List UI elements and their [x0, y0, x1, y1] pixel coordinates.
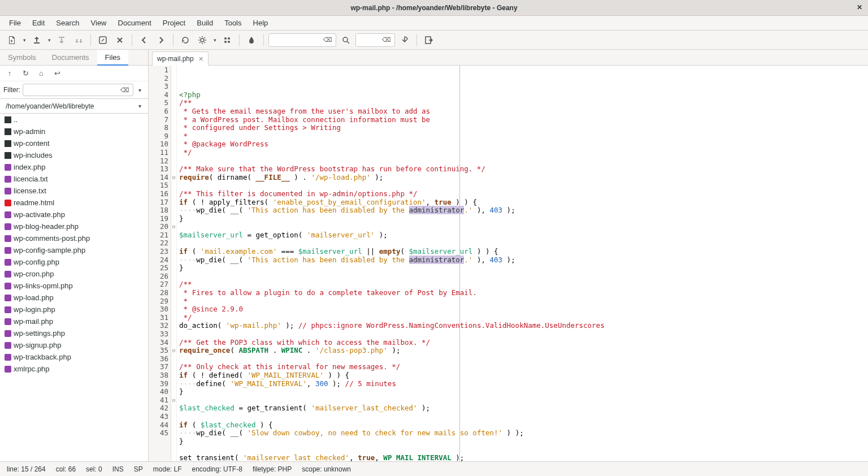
- file-item[interactable]: readme.html: [0, 197, 148, 209]
- file-item-label: wp-blog-header.php: [14, 222, 79, 231]
- color-picker-button[interactable]: [243, 32, 260, 48]
- file-item[interactable]: wp-mail.php: [0, 315, 148, 327]
- php-icon: [5, 318, 11, 325]
- clear-goto-icon[interactable]: ⌫: [381, 36, 392, 44]
- file-item[interactable]: licencia.txt: [0, 173, 148, 185]
- file-item[interactable]: wp-blog-header.php: [0, 220, 148, 232]
- filter-input[interactable]: [25, 86, 119, 94]
- nav-forward-button[interactable]: [153, 32, 170, 48]
- file-item-label: wp-activate.php: [14, 210, 65, 219]
- build-dropdown[interactable]: ▾: [211, 37, 219, 43]
- close-window-button[interactable]: ✕: [856, 3, 863, 11]
- sidebar-tab-files[interactable]: Files: [97, 50, 128, 66]
- menu-help[interactable]: Help: [248, 17, 274, 29]
- file-item[interactable]: wp-trackback.php: [0, 351, 148, 363]
- run-button[interactable]: [219, 32, 236, 48]
- save-button[interactable]: [53, 32, 70, 48]
- clear-search-icon[interactable]: ⌫: [322, 36, 333, 44]
- status-scope: scope: unknown: [302, 465, 351, 473]
- close-tab-icon[interactable]: ✕: [198, 55, 203, 63]
- search-input[interactable]: [271, 36, 322, 44]
- new-file-dropdown[interactable]: ▾: [20, 37, 28, 43]
- file-item-label: licencia.txt: [14, 175, 48, 183]
- file-item[interactable]: wp-settings.php: [0, 327, 148, 339]
- toolbar: ▾ ▾ ▾ ⌫ ⌫: [0, 31, 868, 50]
- toolbar-separator: [416, 34, 417, 46]
- file-item[interactable]: xmlrpc.php: [0, 363, 148, 375]
- svg-point-6: [224, 41, 227, 43]
- search-field[interactable]: ⌫: [268, 33, 336, 47]
- nav-back-button[interactable]: [136, 32, 153, 48]
- file-item[interactable]: wp-load.php: [0, 292, 148, 304]
- svg-rect-1: [59, 37, 64, 38]
- file-item[interactable]: license.txt: [0, 185, 148, 197]
- html-icon: [5, 200, 11, 206]
- nav-up-icon[interactable]: ↑: [5, 69, 15, 77]
- menu-project[interactable]: Project: [157, 17, 191, 29]
- menu-file[interactable]: File: [3, 17, 27, 29]
- filter-dropdown[interactable]: ▾: [134, 87, 145, 93]
- file-item[interactable]: wp-cron.php: [0, 268, 148, 280]
- nav-jump-icon[interactable]: ↩: [52, 69, 62, 77]
- quit-button[interactable]: [420, 32, 437, 48]
- find-button[interactable]: [337, 32, 354, 48]
- code-view[interactable]: 1 2 3 4 5 6 7 8 9 10 11 12 13 14 15 16 1…: [149, 66, 868, 461]
- open-file-dropdown[interactable]: ▾: [45, 37, 53, 43]
- goto-field[interactable]: ⌫: [355, 33, 395, 47]
- save-all-button[interactable]: [70, 32, 87, 48]
- svg-point-8: [343, 37, 348, 42]
- file-item[interactable]: wp-links-opml.php: [0, 280, 148, 292]
- file-list[interactable]: ..wp-adminwp-contentwp-includesindex.php…: [0, 114, 148, 461]
- file-item[interactable]: wp-admin: [0, 126, 148, 137]
- file-item-label: wp-links-opml.php: [14, 282, 73, 290]
- file-item[interactable]: wp-config.php: [0, 256, 148, 268]
- code-content[interactable]: <?php/** * Gets the email message from t…: [177, 66, 868, 461]
- file-item[interactable]: wp-activate.php: [0, 209, 148, 220]
- nav-home-icon[interactable]: ⌂: [36, 69, 46, 77]
- menu-tools[interactable]: Tools: [219, 17, 247, 29]
- path-dropdown[interactable]: ▾: [134, 103, 145, 109]
- file-item[interactable]: wp-signup.php: [0, 339, 148, 351]
- reload-button[interactable]: [94, 32, 111, 48]
- file-item[interactable]: wp-includes: [0, 149, 148, 161]
- file-item[interactable]: ..: [0, 114, 148, 126]
- compile-button[interactable]: [177, 32, 194, 48]
- file-item[interactable]: wp-comments-post.php: [0, 232, 148, 244]
- file-item[interactable]: wp-config-sample.php: [0, 244, 148, 256]
- editor-tab-active[interactable]: wp-mail.php ✕: [152, 51, 209, 66]
- file-item[interactable]: wp-login.php: [0, 304, 148, 315]
- path-value[interactable]: /home/yoander/Web/librebyte: [3, 101, 134, 111]
- file-item-label: wp-load.php: [14, 293, 54, 302]
- clear-filter-icon[interactable]: ⌫: [119, 86, 131, 94]
- toolbar-separator: [173, 34, 173, 46]
- svg-rect-0: [34, 42, 40, 44]
- status-filetype: filetype: PHP: [253, 465, 292, 473]
- php-icon: [5, 235, 11, 242]
- goto-button[interactable]: [396, 32, 413, 48]
- menu-search[interactable]: Search: [50, 17, 85, 29]
- folder-icon: [5, 128, 11, 135]
- svg-point-4: [224, 37, 227, 40]
- filter-field[interactable]: ⌫: [23, 84, 133, 96]
- file-item[interactable]: index.php: [0, 161, 148, 173]
- close-file-button[interactable]: [111, 32, 128, 48]
- goto-input[interactable]: [358, 36, 381, 44]
- menu-build[interactable]: Build: [191, 17, 219, 29]
- fold-column[interactable]: ⊟ ⊟ ⊟ ⊟: [171, 66, 177, 461]
- file-item-label: wp-config-sample.php: [14, 246, 85, 254]
- nav-refresh-icon[interactable]: ↻: [20, 69, 31, 77]
- build-button[interactable]: [194, 32, 211, 48]
- sidebar-tab-documents[interactable]: Documents: [44, 50, 97, 65]
- menu-view[interactable]: View: [85, 17, 112, 29]
- menu-document[interactable]: Document: [112, 17, 157, 29]
- php-icon: [5, 164, 11, 171]
- php-icon: [5, 330, 11, 337]
- open-file-button[interactable]: [28, 32, 45, 48]
- menu-edit[interactable]: Edit: [27, 17, 50, 29]
- file-item[interactable]: wp-content: [0, 137, 148, 149]
- editor: wp-mail.php ✕ 1 2 3 4 5 6 7 8 9 10 11 12…: [149, 50, 868, 461]
- new-file-button[interactable]: [3, 32, 20, 48]
- folder-icon: [5, 116, 11, 123]
- sidebar-path: /home/yoander/Web/librebyte ▾: [0, 99, 148, 114]
- sidebar-tab-symbols[interactable]: Symbols: [0, 50, 44, 65]
